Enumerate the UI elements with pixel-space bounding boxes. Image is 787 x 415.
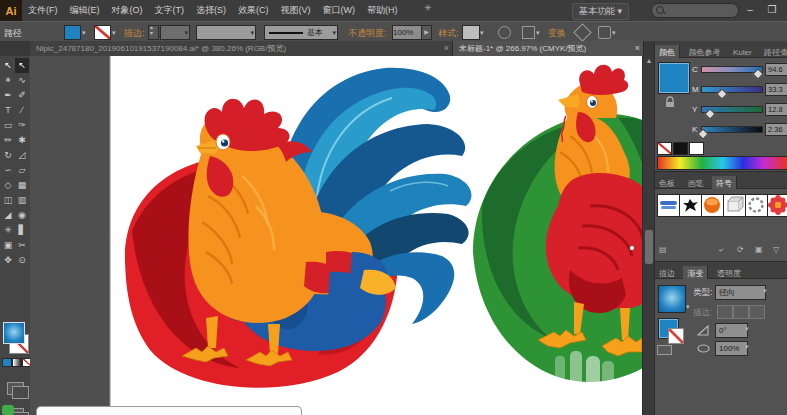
pen-tool-icon[interactable]: ✒ bbox=[1, 88, 15, 103]
gradient-preview-swatch[interactable] bbox=[658, 285, 686, 313]
variable-width-profile[interactable]: ▾ bbox=[196, 25, 256, 40]
none-swatch[interactable] bbox=[657, 142, 672, 155]
canvas-area[interactable] bbox=[30, 56, 642, 415]
artboard-tool-icon[interactable]: ▣ bbox=[1, 238, 15, 253]
menu-select[interactable]: 选择(S) bbox=[190, 0, 232, 21]
opacity-value[interactable]: 100% bbox=[392, 25, 422, 40]
similar-dropdown-icon[interactable]: ▾ bbox=[612, 29, 616, 37]
break-link-icon[interactable]: ⟳ bbox=[737, 245, 744, 254]
shape-builder-tool-icon[interactable]: ◇ bbox=[1, 178, 15, 193]
symbol-cube[interactable] bbox=[723, 194, 746, 217]
menu-edit[interactable]: 编辑(E) bbox=[64, 0, 106, 21]
channel-c-slider[interactable] bbox=[701, 66, 763, 73]
hand-tool-icon[interactable]: ✥ bbox=[1, 253, 15, 268]
angle-dropdown-icon[interactable]: ▾ bbox=[745, 325, 749, 333]
menu-object[interactable]: 对象(O) bbox=[106, 0, 149, 21]
selection-tool-icon[interactable]: ↖ bbox=[1, 58, 15, 73]
pencil-tool-icon[interactable]: ✏ bbox=[1, 133, 15, 148]
symbol-orange-sphere[interactable] bbox=[701, 194, 724, 217]
mesh-tool-icon[interactable]: ◫ bbox=[1, 193, 15, 208]
blob-brush-tool-icon[interactable]: ✱ bbox=[15, 133, 29, 148]
channel-y-value[interactable]: 12.8 bbox=[765, 103, 787, 116]
opacity-label[interactable]: 不透明度: bbox=[348, 27, 387, 40]
place-symbol-icon[interactable]: ⤶ bbox=[719, 245, 723, 255]
pasteboard[interactable] bbox=[30, 56, 110, 415]
menu-view[interactable]: 视图(V) bbox=[275, 0, 317, 21]
artwork-svg[interactable] bbox=[30, 56, 642, 415]
new-symbol-icon[interactable]: ▣ bbox=[755, 245, 763, 254]
fill-color-swatch[interactable] bbox=[64, 25, 81, 40]
curvature-tool-icon[interactable]: ✐ bbox=[15, 88, 29, 103]
free-transform-tool-icon[interactable]: ▱ bbox=[15, 163, 29, 178]
slice-tool-icon[interactable]: ✂ bbox=[15, 238, 29, 253]
delete-symbol-icon[interactable]: ▽ bbox=[773, 245, 779, 254]
close-icon[interactable]: × bbox=[635, 41, 640, 56]
lock-icon[interactable] bbox=[664, 96, 676, 108]
symbol-ink-splatter[interactable] bbox=[679, 194, 702, 217]
opacity-spinner[interactable]: ▶ bbox=[421, 25, 432, 40]
rectangle-tool-icon[interactable]: ▭ bbox=[1, 118, 15, 133]
white-swatch[interactable] bbox=[689, 142, 704, 155]
slider-thumb[interactable] bbox=[753, 68, 764, 79]
style-dropdown-icon[interactable]: ▾ bbox=[480, 29, 484, 37]
scrollbar-thumb[interactable] bbox=[645, 230, 653, 264]
select-similar-icon[interactable] bbox=[598, 26, 611, 39]
tab-document-1[interactable]: Nipic_24787180_20190610191537190084.ai* … bbox=[30, 41, 453, 56]
menu-type[interactable]: 文字(T) bbox=[149, 0, 191, 21]
aspect-dropdown-icon[interactable]: ▾ bbox=[745, 343, 749, 351]
gradient-tool-icon[interactable]: ▥ bbox=[15, 193, 29, 208]
lasso-tool-icon[interactable]: ∿ bbox=[15, 73, 29, 88]
color-mode-button[interactable] bbox=[2, 358, 12, 367]
type-tool-icon[interactable]: T bbox=[1, 103, 15, 118]
perspective-grid-tool-icon[interactable]: ▦ bbox=[15, 178, 29, 193]
menu-effect[interactable]: 效果(C) bbox=[232, 0, 275, 21]
minimize-button[interactable]: ‒ bbox=[741, 0, 759, 20]
slider-thumb[interactable] bbox=[716, 88, 727, 99]
channel-c-value[interactable]: 94.6 bbox=[765, 63, 787, 76]
drawing-mode-icon[interactable] bbox=[7, 382, 24, 395]
column-graph-tool-icon[interactable]: ▋ bbox=[15, 223, 29, 238]
gradient-aspect-input[interactable]: 100% bbox=[715, 341, 748, 356]
rotate-tool-icon[interactable]: ↻ bbox=[1, 148, 15, 163]
symbol-red-flower[interactable] bbox=[767, 194, 787, 217]
gradient-type-select[interactable]: 径向 bbox=[715, 285, 766, 300]
magic-wand-tool-icon[interactable]: ✶ bbox=[1, 73, 15, 88]
width-tool-icon[interactable]: ∽ bbox=[1, 163, 15, 178]
workspace-switcher[interactable]: 基本功能 ▾ bbox=[572, 3, 629, 20]
scale-tool-icon[interactable]: ◿ bbox=[15, 148, 29, 163]
slider-thumb[interactable] bbox=[704, 108, 715, 119]
channel-k-slider[interactable] bbox=[701, 126, 763, 133]
line-segment-tool-icon[interactable]: ∕ bbox=[15, 103, 29, 118]
stroke-weight-value[interactable]: ▾ bbox=[160, 25, 190, 40]
channel-m-slider[interactable] bbox=[701, 86, 763, 93]
isolate-icon[interactable] bbox=[573, 23, 591, 41]
recolor-artwork-icon[interactable] bbox=[498, 26, 511, 39]
stepper-down-icon[interactable]: ▾ bbox=[150, 29, 153, 36]
brush-definition[interactable]: 基本 ▾ bbox=[264, 25, 338, 40]
stroke-weight-label[interactable]: 描边: bbox=[124, 27, 145, 40]
color-spectrum[interactable] bbox=[657, 156, 787, 170]
black-swatch[interactable] bbox=[673, 142, 688, 155]
close-icon[interactable]: × bbox=[444, 41, 449, 56]
fill-dropdown-icon[interactable]: ▾ bbox=[82, 29, 86, 37]
eyedropper-tool-icon[interactable]: ◢ bbox=[1, 208, 15, 223]
channel-k-value[interactable]: 2.36 bbox=[765, 123, 787, 136]
stroke-dropdown-icon[interactable]: ▾ bbox=[112, 29, 116, 37]
reverse-gradient-icon[interactable] bbox=[657, 345, 672, 355]
restore-button[interactable]: ❐ bbox=[763, 0, 781, 20]
style-swatch[interactable] bbox=[462, 25, 480, 40]
symbol-blue-brush[interactable] bbox=[657, 194, 680, 217]
style-label[interactable]: 样式: bbox=[438, 27, 459, 40]
menu-help[interactable]: 帮助(H) bbox=[361, 0, 404, 21]
align-icon[interactable] bbox=[522, 26, 535, 39]
symbol-vine-ring[interactable] bbox=[745, 194, 768, 217]
menu-file[interactable]: 文件(F) bbox=[22, 0, 64, 21]
direct-selection-tool-icon[interactable]: ↖ bbox=[15, 58, 29, 73]
anchor-point[interactable] bbox=[630, 246, 634, 250]
current-color-swatch[interactable] bbox=[659, 63, 689, 93]
paintbrush-tool-icon[interactable]: ✑ bbox=[15, 118, 29, 133]
symbol-library-icon[interactable]: ▤ bbox=[659, 245, 667, 254]
stroke-color-swatch[interactable] bbox=[94, 25, 111, 40]
blend-tool-icon[interactable]: ◉ bbox=[15, 208, 29, 223]
tab-document-2-active[interactable]: 未标题-1* @ 266.97% (CMYK/预览) × bbox=[453, 41, 644, 56]
